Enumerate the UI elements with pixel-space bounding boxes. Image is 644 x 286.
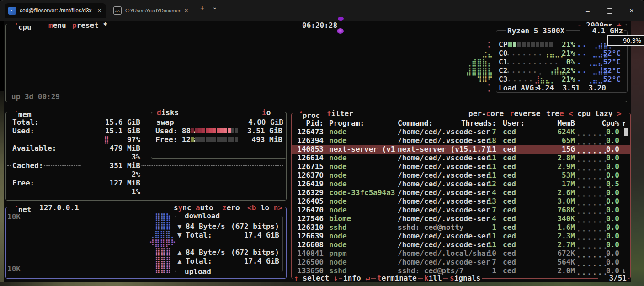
process-cpu-percent: 0.0 [588,162,619,171]
tab-close-icon[interactable]: ✕ [97,8,101,14]
wallpaper-right [631,21,644,282]
process-cpu-percent: 0.0 [588,171,619,180]
process-row[interactable]: 126715node/home/ced/.vscode-ser11ced2.9M… [292,162,630,171]
process-program: node [329,171,347,180]
mem-row-label: Cached: [11,161,44,170]
tree-toggle[interactable]: tree [545,109,565,118]
process-cpu-percent: 0.0 [588,214,619,223]
process-user: ced [503,249,516,258]
process-program: node [329,258,347,266]
process-program: node [329,240,347,249]
process-threads: 11 [470,232,496,240]
cpu-panel-title: ¹cpu [14,21,33,32]
filter-button[interactable]: filter [325,109,355,118]
process-pid: 140853 [292,145,324,154]
process-row[interactable]: 126329code-33fc5a94a3/home/ced/.vscode-s… [292,188,630,197]
sort-next-icon[interactable]: > [617,109,622,118]
process-row[interactable]: 126473node/home/ced/.vscode-ser7ced624K⡀… [292,127,630,136]
process-row[interactable]: 126419node/home/ced/.vscode-ser12ced17M⡀… [292,180,630,188]
process-mem: 2.6M [536,188,575,197]
process-cpu-percent: 0.0 [588,240,619,249]
per-core-toggle[interactable]: per-core [467,109,505,118]
reverse-toggle[interactable]: reverse [508,109,542,118]
process-pid: 126470 [292,206,324,214]
minimize-button[interactable]: – [577,0,599,21]
cpu-usage-meter [508,42,553,47]
process-mem: 65M [536,136,575,145]
tab-cmd-session[interactable]: c:\ C:¥Users¥ced¥Documents¥ZMI ✕ [110,3,193,18]
column-header-cpu[interactable]: Cpu% [589,119,619,127]
net-interface-switcher[interactable]: <b lo n> [246,203,284,212]
process-program: biome [329,214,351,223]
process-threads: 4 [470,214,496,223]
proc-scrollbar-thumb[interactable] [624,128,628,136]
process-row[interactable]: 126470node/home/ced/.vscode-ser7ced768K⡀… [292,206,630,214]
column-header-pid[interactable]: Pid: [292,119,324,127]
maximize-icon [607,8,612,14]
process-mem: 2.8M [536,154,575,162]
process-mem: 2.3M [536,232,575,240]
column-header-command[interactable]: Command: [398,119,433,127]
process-mem: 768K [536,206,575,214]
process-cpu-percent: 0.0 [588,127,619,136]
net-auto-toggle[interactable]: auto [194,203,215,212]
column-header-mem[interactable]: MemB [543,119,575,127]
net-sync-toggle[interactable]: sync [172,203,193,212]
sort-prev-icon[interactable]: < [569,109,573,118]
sort-column-selector[interactable]: < cpu lazy > [567,109,623,118]
process-row[interactable]: 126370node/home/ced/.vscode-ser11ced53M⡀… [292,171,630,180]
process-pid: 127546 [292,214,324,223]
process-row[interactable]: 126608node/home/ced/.vscode-ser11ced2.7M… [292,240,630,249]
tab-close-icon[interactable]: ✕ [184,8,188,14]
process-user: ced [503,162,516,171]
process-mem: 2.7M [536,240,575,249]
process-mem: 15G [536,145,575,154]
preset-button[interactable]: preset * [71,21,109,30]
swap-used-value: 3.51 GiB [237,127,282,135]
process-program: sshd [329,223,347,232]
process-row[interactable]: 126310sshdsshd: ced@notty1ced1.6M⡀⡀⡀⡀⡀⡀0… [292,223,630,232]
net-interface: 127.0.0.1 [38,203,80,212]
swap-free-label: Free: 12% [155,135,195,144]
disks-panel-title[interactable]: disks [155,108,180,117]
new-tab-button[interactable]: + [200,4,204,12]
column-header-user[interactable]: User: [503,119,525,127]
core-percent: 0% [548,58,575,66]
wallpaper-left [0,91,4,282]
mem-row-percent: 3% [109,153,141,161]
download-total: 17.4 GiB [214,231,279,239]
cpu-history-graph: ⡁ [461,83,493,92]
process-row[interactable]: 126614node/home/ced/.vscode-ser11ced2.8M… [292,154,630,162]
mem-row-label: Available: [11,144,57,153]
process-cpu-percent: 0.0 [588,188,619,197]
process-program: node [329,162,347,171]
process-row[interactable]: 126394node/home/ced/.vscode-ser18ced65M⡀… [292,136,630,145]
maximize-button[interactable] [599,0,621,21]
process-row[interactable]: 140841pnpm/home/ced/.local/shar10ced672K… [292,249,630,258]
mem-row-percent: 97% [109,135,141,144]
process-program: node [329,136,347,145]
upload-arrow-icon: ▲ [177,257,182,265]
process-program: node [329,206,347,214]
process-row[interactable]: 126405node/home/ced/.vscode-ser13ced3.0M… [292,197,630,206]
process-row[interactable]: 140853next-server (v1next-server (v15.1.… [292,145,630,154]
tab-ssh-session[interactable]: >_ ced@fileserver: /mnt/files/d3x ✕ [5,3,106,18]
process-user: ced [503,266,516,275]
io-toggle[interactable]: io [261,108,272,117]
net-zero-toggle[interactable]: zero [221,203,241,212]
column-header-program[interactable]: Program: [329,119,364,127]
net-scale-bottom: 10K [7,265,21,273]
net-history-graph: ⣿⣿⣿ [149,265,171,273]
column-header-threads[interactable]: Threads: [461,119,496,127]
tab-dropdown-icon[interactable]: ⌄ [212,3,218,11]
upload-arrow-icon: ▲ [177,248,182,257]
process-row[interactable]: 133650sshdsshd: ced@pts/71ced2.0M⡀⡀⡀⡀⡀⡀0… [292,266,630,275]
close-button[interactable]: ✕ [621,0,643,21]
process-row[interactable]: 126500node/home/ced/.vscode-ser7ced564K⡀… [292,258,630,266]
mem-graph-line [7,165,283,166]
process-row[interactable]: 127546biome/home/ced/.vscode-ser4ced340K… [292,214,630,223]
process-row[interactable]: 126639node/home/ced/.vscode-ser11ced2.3M… [292,232,630,240]
menu-button[interactable]: menu [47,21,68,30]
process-pid: 126639 [292,232,324,240]
process-cpu-percent: 0.0 [588,136,619,145]
